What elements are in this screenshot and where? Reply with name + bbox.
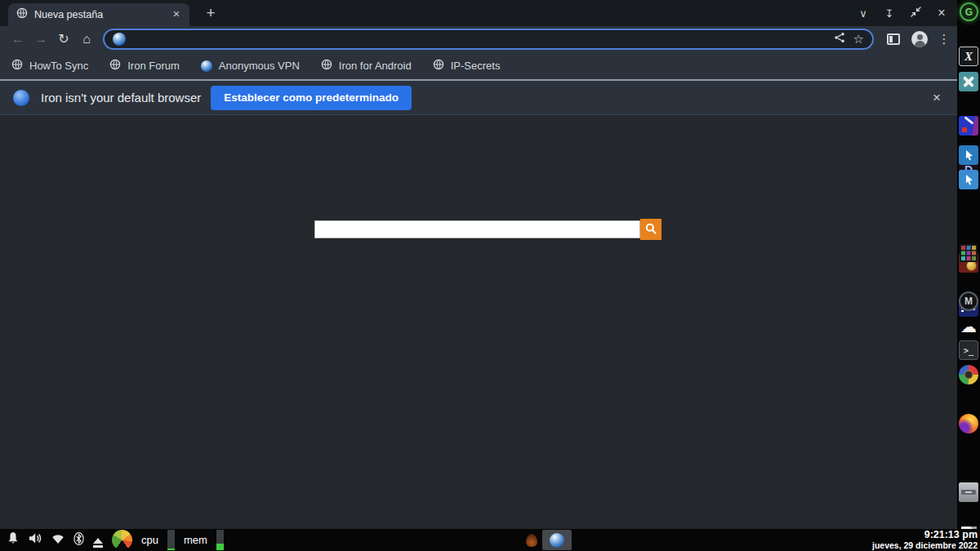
taskbar-clock[interactable]: 9:21:13 pm jueves, 29 diciembre 2022	[872, 530, 978, 550]
tools-icon[interactable]	[959, 72, 978, 91]
new-tab-page	[0, 115, 957, 529]
forward-icon[interactable]: →	[29, 29, 52, 50]
archive-manager-icon[interactable]	[959, 482, 978, 502]
set-default-button[interactable]: Establecer como predeterminado	[211, 86, 412, 110]
search-input[interactable]	[314, 220, 640, 238]
editor-app-icon[interactable]	[959, 116, 978, 136]
pointer-tool-icon[interactable]	[959, 145, 978, 165]
profile-avatar[interactable]	[911, 31, 928, 47]
taskbar: cpu mem 9:21:13 pm jueves, 29 diciembre …	[0, 529, 980, 551]
page-search	[314, 218, 662, 241]
reload-icon[interactable]: ↻	[52, 29, 75, 50]
mem-graph[interactable]	[216, 530, 224, 550]
bluetooth-icon[interactable]	[74, 532, 84, 549]
search-submit-button[interactable]	[640, 219, 662, 240]
window-close-icon[interactable]: ×	[934, 6, 949, 20]
tab-search-chevron-icon[interactable]: ∨	[856, 7, 871, 20]
notifications-bell-icon[interactable]	[7, 531, 20, 549]
globe-icon	[109, 59, 121, 73]
globe-icon	[321, 59, 332, 73]
back-icon[interactable]: ←	[7, 29, 29, 50]
tab-bar: Nueva pestaña × + ∨ ↧ ×	[0, 0, 957, 26]
browser-menu-icon[interactable]: ⋮	[938, 32, 951, 47]
magnifier-icon	[644, 222, 657, 238]
browser-window: Nueva pestaña × + ∨ ↧ × ← → ↻ ⌂	[0, 0, 957, 529]
bookmark-ip-secrets[interactable]: IP-Secrets	[433, 59, 501, 73]
window-restore-icon[interactable]	[908, 7, 923, 20]
wifi-icon[interactable]	[51, 533, 65, 548]
mosaic-app-icon[interactable]	[959, 243, 978, 263]
window-minimize-icon[interactable]: ↧	[882, 7, 897, 20]
pointer-tool-2-icon[interactable]	[959, 170, 978, 189]
clock-time: 9:21:13 pm	[872, 530, 978, 540]
iron-logo-icon	[550, 533, 564, 548]
infobar-message: Iron isn't your default browser	[41, 91, 201, 104]
cloud-app-icon[interactable]: ☁	[959, 317, 978, 336]
tab-favicon-globe-icon	[16, 7, 28, 22]
infobar-close-icon[interactable]: ×	[933, 90, 941, 106]
bookmarks-bar: HowTo Sync Iron Forum Anonymous VPN Iron…	[0, 52, 957, 79]
m-circle-app-icon[interactable]: M	[959, 291, 978, 311]
default-browser-infobar: Iron isn't your default browser Establec…	[0, 81, 957, 114]
globe-icon	[433, 59, 444, 73]
bookmark-iron-forum[interactable]: Iron Forum	[109, 59, 180, 73]
terminal-icon[interactable]: >_	[959, 340, 978, 360]
firefox-icon[interactable]	[959, 414, 978, 433]
default-browser-icon	[13, 90, 29, 106]
cpu-graph[interactable]	[167, 530, 175, 550]
browser-toolbar: ← → ↻ ⌂ ☆ ⋮	[0, 26, 957, 52]
eject-icon[interactable]	[93, 533, 103, 544]
vpn-sphere-icon	[201, 60, 212, 72]
mem-label: mem	[184, 534, 207, 546]
share-icon[interactable]	[834, 32, 845, 47]
clock-date: jueves, 29 diciembre 2022	[872, 540, 978, 550]
address-bar[interactable]: ☆	[103, 29, 874, 50]
globe-icon	[11, 59, 23, 73]
bookmark-anonymous-vpn[interactable]: Anonymous VPN	[201, 60, 300, 72]
bookmark-iron-for-android[interactable]: Iron for Android	[321, 59, 412, 73]
tab-nueva-pestana[interactable]: Nueva pestaña ×	[8, 3, 189, 26]
right-dock: G X D M ☁ >_	[957, 0, 980, 529]
iron-logo-icon	[113, 33, 126, 46]
bookmark-howto-sync[interactable]: HowTo Sync	[11, 59, 88, 73]
cpu-label: cpu	[141, 534, 158, 546]
tab-title: Nueva pestaña	[34, 9, 163, 20]
desktop: Nueva pestaña × + ∨ ↧ × ← → ↻ ⌂	[0, 0, 980, 551]
taskbar-active-iron-window[interactable]	[542, 530, 572, 550]
green-power-icon[interactable]: G	[960, 2, 978, 21]
flame-tray-icon[interactable]	[526, 534, 537, 547]
volume-icon[interactable]	[29, 532, 42, 548]
new-tab-button[interactable]: +	[201, 4, 220, 24]
system-gauge-icon[interactable]	[112, 530, 132, 550]
home-icon[interactable]: ⌂	[75, 29, 98, 50]
tab-close-icon[interactable]: ×	[170, 8, 183, 21]
color-wheel-app-icon[interactable]	[959, 365, 978, 384]
side-panel-icon[interactable]	[887, 33, 900, 45]
bookmark-star-icon[interactable]: ☆	[853, 32, 864, 47]
xorg-icon[interactable]: X	[959, 47, 978, 66]
